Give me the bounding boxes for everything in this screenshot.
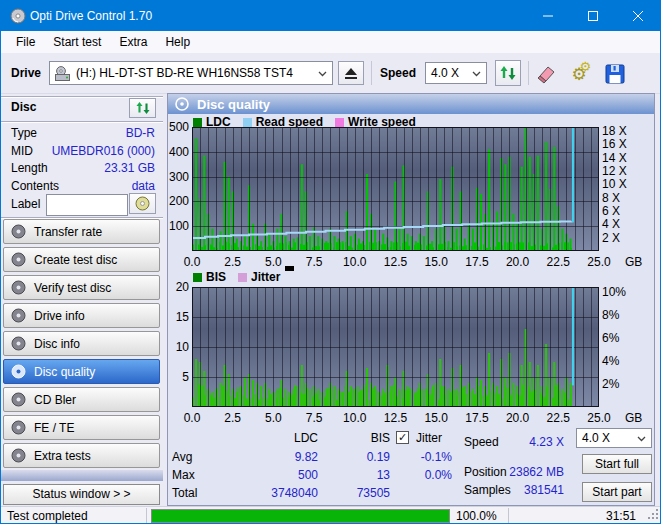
test-speed-select[interactable]: 4.0 X <box>576 428 652 448</box>
axis-tick-label: 100 <box>168 219 189 233</box>
bis-jitter-chart <box>192 287 599 407</box>
stats-avg-ldc: 9.82 <box>258 450 318 464</box>
axis-tick-label: 2.5 <box>215 255 251 269</box>
axis-tick-label: 20.0 <box>500 411 536 425</box>
disc-panel-title: Disc <box>11 100 36 114</box>
refresh-drive-button[interactable] <box>495 60 521 86</box>
axis-tick-label: 15 <box>168 310 189 324</box>
disc-icon <box>11 420 26 435</box>
axis-tick-label: 12.5 <box>378 411 414 425</box>
drive-select[interactable]: (H:) HL-DT-ST BD-RE WH16NS58 TST4 <box>49 61 333 85</box>
axis-tick-label: 400 <box>168 145 189 159</box>
sidebar-item-disc-quality[interactable]: Disc quality <box>3 359 160 384</box>
close-button[interactable] <box>615 1 660 31</box>
axis-tick-label: 10.0 <box>337 411 373 425</box>
settings-gears-icon[interactable]: ⚙⚙ <box>565 61 593 87</box>
menu-bar: File Start test Extra Help <box>1 31 660 53</box>
stats-col-bis: BIS <box>330 431 390 445</box>
progress-bar <box>151 509 450 523</box>
stats-row-label: Max <box>172 468 195 482</box>
legend-swatch <box>243 118 252 127</box>
disc-icon <box>11 308 26 323</box>
speed-select-value: 4.0 X <box>431 66 459 80</box>
start-full-button[interactable]: Start full <box>582 454 652 474</box>
status-window-button[interactable]: Status window > > <box>3 484 160 505</box>
menu-start-test[interactable]: Start test <box>44 32 110 52</box>
sidebar-item-label: Drive info <box>34 309 85 323</box>
axis-tick-label: 0.0 <box>174 411 210 425</box>
bis-jitter-chart-legend: BISJitter <box>193 270 280 284</box>
axis-tick-label: 5.0 <box>255 255 291 269</box>
legend-swatch <box>335 118 344 127</box>
sidebar-item-disc-info[interactable]: Disc info <box>3 331 160 356</box>
axis-tick-label: 2% <box>602 377 642 391</box>
disc-info-value: 23.31 GB <box>104 161 155 175</box>
menu-help[interactable]: Help <box>156 32 199 52</box>
axis-tick-label: GB <box>625 411 651 425</box>
sidebar-item-extra-tests[interactable]: Extra tests <box>3 443 160 468</box>
axis-tick-label: 5 <box>168 370 189 384</box>
menu-file[interactable]: File <box>7 32 44 52</box>
write-label-button[interactable] <box>129 193 156 214</box>
eject-button[interactable] <box>338 61 364 85</box>
status-bar: Test completed 100.0% 31:51 <box>1 506 660 524</box>
jitter-checkbox[interactable]: ✓ <box>396 431 409 444</box>
sidebar-item-label: Transfer rate <box>34 225 102 239</box>
axis-tick-label: 12.5 <box>378 255 414 269</box>
sidebar-item-transfer-rate[interactable]: Transfer rate <box>3 219 160 244</box>
speed-stat-value: 4.23 X <box>498 435 564 449</box>
legend-item: BIS <box>193 270 226 284</box>
disc-icon <box>11 364 26 379</box>
axis-tick-label: 8% <box>602 308 642 322</box>
disc-info-label: Type <box>11 126 37 140</box>
stats-row-label: Total <box>172 486 197 500</box>
legend-swatch <box>238 273 247 282</box>
disc-info-row: MIDUMEBDR016 (000) <box>11 144 155 158</box>
sidebar-item-fe-te[interactable]: FE / TE <box>3 415 160 440</box>
drive-label: Drive <box>11 66 41 80</box>
minimize-button[interactable] <box>525 1 570 31</box>
axis-tick-label: 16 X <box>602 137 642 151</box>
disc-info-row: TypeBD-R <box>11 126 155 140</box>
progress-fill <box>152 510 449 522</box>
menu-extra[interactable]: Extra <box>110 32 156 52</box>
sidebar-item-cd-bler[interactable]: CD Bler <box>3 387 160 412</box>
refresh-disc-button[interactable] <box>129 98 156 118</box>
legend-label: Jitter <box>251 270 280 284</box>
save-icon[interactable] <box>602 61 628 87</box>
start-part-button[interactable]: Start part <box>582 482 652 502</box>
axis-tick-label: 22.5 <box>540 255 576 269</box>
panel-header: Disc quality <box>168 94 654 114</box>
disc-info-label: MID <box>11 144 33 158</box>
drive-select-value: (H:) HL-DT-ST BD-RE WH16NS58 TST4 <box>76 66 293 80</box>
axis-tick-label: 25.0 <box>581 411 617 425</box>
sidebar-footer-strip <box>1 470 163 481</box>
app-disc-icon <box>10 8 26 24</box>
sidebar-item-drive-info[interactable]: Drive info <box>3 303 160 328</box>
speed-select[interactable]: 4.0 X <box>425 62 487 84</box>
sidebar-item-create-test-disc[interactable]: Create test disc <box>3 247 160 272</box>
axis-tick-label: 8 X <box>602 191 642 205</box>
erase-disc-icon[interactable] <box>533 61 559 87</box>
stats-col-ldc: LDC <box>258 431 318 445</box>
axis-tick-label: 15.0 <box>418 255 454 269</box>
label-input[interactable] <box>46 194 128 216</box>
axis-tick-label: 10.0 <box>337 255 373 269</box>
sidebar-item-label: Extra tests <box>34 449 91 463</box>
maximize-button[interactable] <box>570 1 615 31</box>
stats-max-ldc: 500 <box>258 468 318 482</box>
disc-icon <box>11 448 26 463</box>
sidebar-item-label: Disc quality <box>34 365 95 379</box>
axis-tick-label: 14 X <box>602 151 642 165</box>
axis-tick-label: 0.0 <box>174 255 210 269</box>
axis-tick-label: 6 X <box>602 204 642 218</box>
resize-grip[interactable] <box>648 508 658 522</box>
ldc-read-speed-chart <box>192 127 599 251</box>
axis-tick-label: 6% <box>602 331 642 345</box>
legend-swatch <box>193 118 202 127</box>
title-bar: Opti Drive Control 1.70 <box>1 1 660 31</box>
elapsed-time: 31:51 <box>521 509 636 523</box>
legend-label: BIS <box>206 270 226 284</box>
stats-row-label: Avg <box>172 450 192 464</box>
sidebar-item-verify-test-disc[interactable]: Verify test disc <box>3 275 160 300</box>
